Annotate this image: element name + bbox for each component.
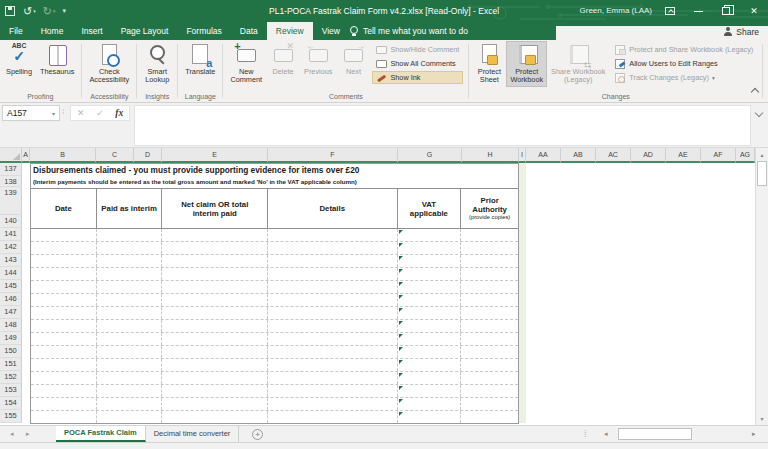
tab-formulas[interactable]: Formulas bbox=[177, 22, 230, 40]
data-cell-144[interactable] bbox=[461, 268, 518, 280]
row-header-149[interactable]: 149 bbox=[0, 332, 22, 345]
vat-cell-149[interactable] bbox=[398, 333, 462, 345]
scroll-up-icon[interactable]: ▴ bbox=[756, 151, 768, 158]
vertical-scroll-thumb[interactable] bbox=[757, 161, 767, 186]
data-cell-152[interactable] bbox=[97, 372, 163, 384]
new-comment-button[interactable]: NewComment bbox=[226, 41, 266, 87]
tab-data[interactable]: Data bbox=[231, 22, 267, 40]
data-cell-142[interactable] bbox=[31, 242, 97, 254]
header-cell-vat-applicable[interactable]: VATapplicable bbox=[398, 189, 462, 228]
data-cell-150[interactable] bbox=[268, 346, 397, 358]
data-cell-141[interactable] bbox=[97, 229, 163, 241]
column-header-f[interactable]: F bbox=[268, 148, 398, 163]
data-cell-152[interactable] bbox=[268, 372, 397, 384]
row-header-142[interactable]: 142 bbox=[0, 241, 22, 254]
data-cell-147[interactable] bbox=[162, 307, 268, 319]
data-cell-145[interactable] bbox=[31, 281, 97, 293]
data-cell-143[interactable] bbox=[268, 255, 397, 267]
protect-sheet-button[interactable]: ProtectSheet bbox=[472, 41, 506, 87]
data-cell-148[interactable] bbox=[97, 320, 163, 332]
data-cell-143[interactable] bbox=[31, 255, 97, 267]
sheet-nav-left-icon[interactable]: ◂ bbox=[10, 430, 14, 438]
tab-home[interactable]: Home bbox=[32, 22, 73, 40]
data-cell-154[interactable] bbox=[162, 398, 268, 410]
vat-cell-148[interactable] bbox=[398, 320, 462, 332]
column-header-h[interactable]: H bbox=[462, 148, 519, 163]
table-subtitle-cell[interactable]: (Interim payments should be entered as t… bbox=[31, 177, 518, 188]
column-header-b[interactable]: B bbox=[30, 148, 96, 163]
data-cell-147[interactable] bbox=[268, 307, 397, 319]
data-cell-150[interactable] bbox=[461, 346, 518, 358]
data-cell-144[interactable] bbox=[31, 268, 97, 280]
column-header-i[interactable]: I bbox=[519, 148, 526, 163]
vat-cell-155[interactable] bbox=[398, 411, 462, 423]
vat-cell-151[interactable] bbox=[398, 359, 462, 371]
sheet-tab-decimal-time-converter[interactable]: Decimal time converter bbox=[146, 426, 240, 442]
hscroll-right-icon[interactable]: ▸ bbox=[752, 430, 756, 438]
row-header-151[interactable]: 151 bbox=[0, 358, 22, 371]
row-header-155[interactable]: 155 bbox=[0, 410, 22, 423]
data-cell-153[interactable] bbox=[268, 385, 397, 397]
data-cell-147[interactable] bbox=[31, 307, 97, 319]
column-header-e[interactable]: E bbox=[162, 148, 268, 163]
header-cell-details[interactable]: Details bbox=[268, 189, 397, 228]
previous-button[interactable]: Previous bbox=[300, 41, 336, 78]
data-cell-148[interactable] bbox=[268, 320, 397, 332]
data-cell-145[interactable] bbox=[461, 281, 518, 293]
data-cell-154[interactable] bbox=[268, 398, 397, 410]
data-cell-148[interactable] bbox=[461, 320, 518, 332]
data-cell-147[interactable] bbox=[97, 307, 163, 319]
vat-cell-144[interactable] bbox=[398, 268, 462, 280]
data-cell-151[interactable] bbox=[97, 359, 163, 371]
column-header-ab[interactable]: AB bbox=[561, 148, 596, 163]
row-header-150[interactable]: 150 bbox=[0, 345, 22, 358]
data-cell-145[interactable] bbox=[162, 281, 268, 293]
column-header-ae[interactable]: AE bbox=[666, 148, 701, 163]
row-header-146[interactable]: 146 bbox=[0, 293, 22, 306]
tab-page-layout[interactable]: Page Layout bbox=[112, 22, 178, 40]
column-header-a[interactable]: A bbox=[22, 148, 30, 163]
data-cell-146[interactable] bbox=[268, 294, 397, 306]
column-header-ag[interactable]: AG bbox=[736, 148, 755, 163]
sheet-tab-poca-fastrak-claim[interactable]: POCA Fastrak Claim bbox=[56, 426, 146, 442]
select-all-button[interactable] bbox=[0, 148, 22, 163]
protect-and-share-workbook-legacy-button[interactable]: Protect and Share Workbook (Legacy) bbox=[611, 43, 757, 56]
row-header-154[interactable]: 154 bbox=[0, 397, 22, 410]
check-accessibility-button[interactable]: CheckAccessibility bbox=[85, 41, 133, 87]
row-header-144[interactable]: 144 bbox=[0, 267, 22, 280]
data-cell-155[interactable] bbox=[31, 411, 97, 423]
vertical-scrollbar[interactable]: ▴ ▾ bbox=[755, 148, 768, 425]
data-cell-141[interactable] bbox=[461, 229, 518, 241]
next-button[interactable]: Next bbox=[336, 41, 370, 78]
delete-button[interactable]: Delete bbox=[266, 41, 300, 78]
column-header-af[interactable]: AF bbox=[701, 148, 736, 163]
horizontal-scroll-thumb[interactable] bbox=[618, 428, 692, 440]
track-changes-legacy-button[interactable]: Track Changes (Legacy)▾ bbox=[611, 71, 757, 84]
column-header-ac[interactable]: AC bbox=[596, 148, 631, 163]
vat-cell-142[interactable] bbox=[398, 242, 462, 254]
translate-button[interactable]: Translate bbox=[181, 41, 219, 78]
data-cell-151[interactable] bbox=[162, 359, 268, 371]
row-header-139[interactable]: 139 bbox=[0, 187, 22, 215]
data-cell-149[interactable] bbox=[461, 333, 518, 345]
column-header-aa[interactable]: AA bbox=[526, 148, 561, 163]
spelling-button[interactable]: Spelling bbox=[2, 41, 36, 78]
data-cell-146[interactable] bbox=[162, 294, 268, 306]
data-cell-155[interactable] bbox=[268, 411, 397, 423]
restore-button[interactable] bbox=[712, 0, 740, 22]
header-cell-paid-as-interim[interactable]: Paid as interim bbox=[97, 189, 163, 228]
data-cell-146[interactable] bbox=[31, 294, 97, 306]
data-cell-149[interactable] bbox=[97, 333, 163, 345]
vat-cell-141[interactable] bbox=[398, 229, 462, 241]
vat-cell-154[interactable] bbox=[398, 398, 462, 410]
vat-cell-153[interactable] bbox=[398, 385, 462, 397]
formula-bar-expand-icon[interactable] bbox=[755, 109, 763, 117]
row-header-147[interactable]: 147 bbox=[0, 306, 22, 319]
data-cell-141[interactable] bbox=[162, 229, 268, 241]
smart-lookup-button[interactable]: SmartLookup bbox=[140, 41, 174, 87]
close-button[interactable]: ✕ bbox=[740, 0, 768, 22]
show-ink-button[interactable]: Show Ink bbox=[372, 71, 463, 84]
data-cell-149[interactable] bbox=[268, 333, 397, 345]
data-cell-154[interactable] bbox=[461, 398, 518, 410]
data-cell-153[interactable] bbox=[461, 385, 518, 397]
